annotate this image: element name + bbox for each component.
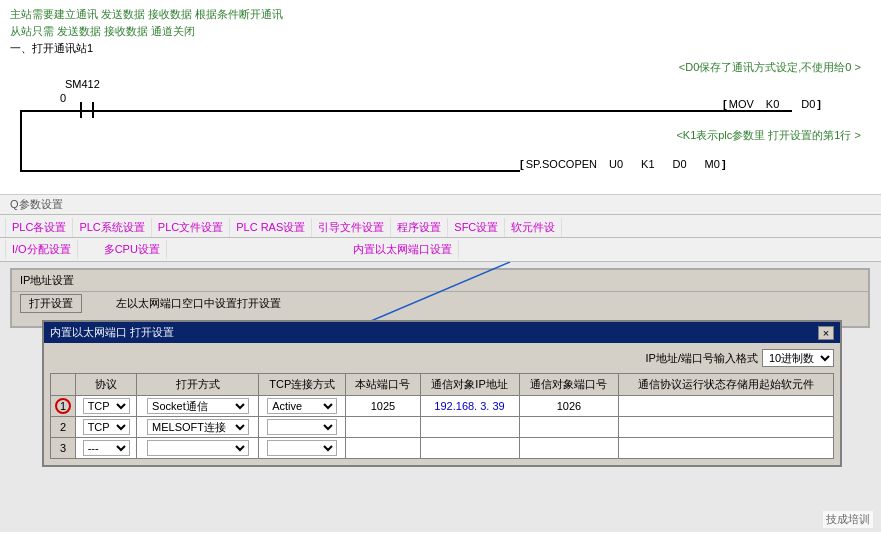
- tab-plc-settings[interactable]: PLC各设置: [5, 218, 73, 237]
- rail-h-bottom: [20, 170, 520, 172]
- format-select[interactable]: 10进制数: [762, 349, 834, 367]
- row3-protocol: ---: [76, 438, 137, 459]
- tab-soft-element[interactable]: 软元件设: [505, 218, 562, 237]
- ip-address-panel: IP地址设置 打开设置 左以太网端口空口中设置打开设置 内置以太网端口 打开设置…: [10, 268, 870, 328]
- col-tcp-conn: TCP连接方式: [259, 374, 346, 396]
- open-setup-button[interactable]: 打开设置: [20, 294, 82, 313]
- tab-plc-file[interactable]: PLC文件设置: [152, 218, 230, 237]
- tab-ethernet-port[interactable]: 内置以太网端口设置: [347, 240, 459, 259]
- ladder-diagram: <D0保存了通讯方式设定,不使用给0 > SM412 0 [ MOV K0 D0…: [10, 60, 871, 190]
- row3-protocol-select[interactable]: ---: [83, 440, 130, 456]
- tab-bar-row2: I/O分配设置 多CPU设置 内置以太网端口设置: [0, 238, 881, 262]
- table-row: 1 TCP Socket通信: [51, 396, 834, 417]
- tab-bar-row1: PLC各设置 PLC系统设置 PLC文件设置 PLC RAS设置 引导文件设置 …: [0, 215, 881, 238]
- row3-open-mode-select[interactable]: [147, 440, 249, 456]
- row3-tcp-conn: [259, 438, 346, 459]
- contact-label-sm412: SM412: [65, 78, 100, 90]
- row3-remote-ip: [420, 438, 519, 459]
- row-highlight-1: 1: [55, 398, 71, 414]
- row1-open-mode: Socket通信: [137, 396, 259, 417]
- comment-line2: 从站只需 发送数据 接收数据 通道关闭: [10, 23, 871, 40]
- col-open-mode: 打开方式: [137, 374, 259, 396]
- row2-protocol: TCP: [76, 417, 137, 438]
- row2-remote-port: [519, 417, 619, 438]
- row-num-2: 2: [51, 417, 76, 438]
- note-d0: <D0保存了通讯方式设定,不使用给0 >: [679, 60, 861, 75]
- row3-remote-port: [519, 438, 619, 459]
- row1-tcp-conn-select[interactable]: Active: [267, 398, 337, 414]
- col-device: 通信协议运行状态存储用起始软元件: [619, 374, 834, 396]
- note-k1: <K1表示plc参数里 打开设置的第1行 >: [676, 128, 861, 143]
- col-protocol: 协议: [76, 374, 137, 396]
- ip-panel-title: IP地址设置: [12, 270, 868, 292]
- tab-sfc[interactable]: SFC设置: [448, 218, 505, 237]
- tab-boot-file[interactable]: 引导文件设置: [312, 218, 391, 237]
- row1-remote-ip: 192.168. 3. 39: [420, 396, 519, 417]
- row1-local-port: 1025: [346, 396, 420, 417]
- ethernet-dialog: 内置以太网端口 打开设置 × IP地址/端口号输入格式 10进制数: [42, 320, 842, 467]
- row1-protocol: TCP: [76, 396, 137, 417]
- watermark: 技成培训: [823, 511, 873, 528]
- ip-panel-right-label: 左以太网端口空口中设置打开设置: [116, 296, 281, 311]
- format-label: IP地址/端口号输入格式: [646, 351, 758, 366]
- row2-remote-ip: [420, 417, 519, 438]
- row1-remote-port: 1026: [519, 396, 619, 417]
- col-remote-ip: 通信对象IP地址: [420, 374, 519, 396]
- comment-line3: 一、打开通讯站1: [10, 41, 871, 56]
- row1-device: [619, 396, 834, 417]
- dialog-close-button[interactable]: ×: [818, 326, 834, 340]
- ladder-section: 主站需要建立通讯 发送数据 接收数据 根据条件断开通讯 从站只需 发送数据 接收…: [0, 0, 881, 195]
- row2-tcp-conn-select[interactable]: [267, 419, 337, 435]
- row3-tcp-conn-select[interactable]: [267, 440, 337, 456]
- table-row: 3 ---: [51, 438, 834, 459]
- tab-plc-ras[interactable]: PLC RAS设置: [230, 218, 312, 237]
- ip-panel-toolbar: 打开设置 左以太网端口空口中设置打开设置: [12, 292, 868, 315]
- row2-protocol-select[interactable]: TCP: [83, 419, 130, 435]
- row2-open-mode: MELSOFT连接: [137, 417, 259, 438]
- row3-local-port: [346, 438, 420, 459]
- row1-open-mode-select[interactable]: Socket通信: [147, 398, 249, 414]
- main-content: IP地址设置 打开设置 左以太网端口空口中设置打开设置 内置以太网端口 打开设置…: [0, 262, 881, 532]
- tab-program[interactable]: 程序设置: [391, 218, 448, 237]
- q-params-header: Q参数设置: [0, 195, 881, 215]
- row3-device: [619, 438, 834, 459]
- tab-multi-cpu[interactable]: 多CPU设置: [98, 240, 167, 259]
- comment-line1: 主站需要建立通讯 发送数据 接收数据 根据条件断开通讯: [10, 6, 871, 23]
- contact-v1: [80, 102, 82, 118]
- col-num: [51, 374, 76, 396]
- row-num-1: 1: [51, 396, 76, 417]
- col-local-port: 本站端口号: [346, 374, 420, 396]
- mov-instruction: [ MOV K0 D0 ]: [723, 98, 821, 110]
- row1-tcp-conn: Active: [259, 396, 346, 417]
- row2-tcp-conn: [259, 417, 346, 438]
- table-row: 2 TCP MELSOFT连接: [51, 417, 834, 438]
- row2-device: [619, 417, 834, 438]
- socopen-instruction: [ SP.SOCOPEN U0 K1 D0 M0 ]: [520, 158, 726, 170]
- row1-protocol-select[interactable]: TCP: [83, 398, 130, 414]
- row2-open-mode-select[interactable]: MELSOFT连接: [147, 419, 249, 435]
- settings-table: 协议 打开方式 TCP连接方式 本站端口号 通信对象IP地址 通信对象端口号 通…: [50, 373, 834, 459]
- col-remote-port: 通信对象端口号: [519, 374, 619, 396]
- address-label: 0: [60, 92, 66, 104]
- format-row: IP地址/端口号输入格式 10进制数: [50, 349, 834, 367]
- tab-plc-system[interactable]: PLC系统设置: [73, 218, 151, 237]
- row3-open-mode: [137, 438, 259, 459]
- tab-io-alloc[interactable]: I/O分配设置: [5, 240, 78, 259]
- row2-local-port: [346, 417, 420, 438]
- dialog-body: IP地址/端口号输入格式 10进制数 协议 打开方式 TCP连接方式: [44, 343, 840, 465]
- dialog-title: 内置以太网端口 打开设置: [50, 325, 174, 340]
- vert-drop: [20, 110, 22, 170]
- dialog-titlebar: 内置以太网端口 打开设置 ×: [44, 322, 840, 343]
- rail-h2: [92, 110, 792, 112]
- row-num-3: 3: [51, 438, 76, 459]
